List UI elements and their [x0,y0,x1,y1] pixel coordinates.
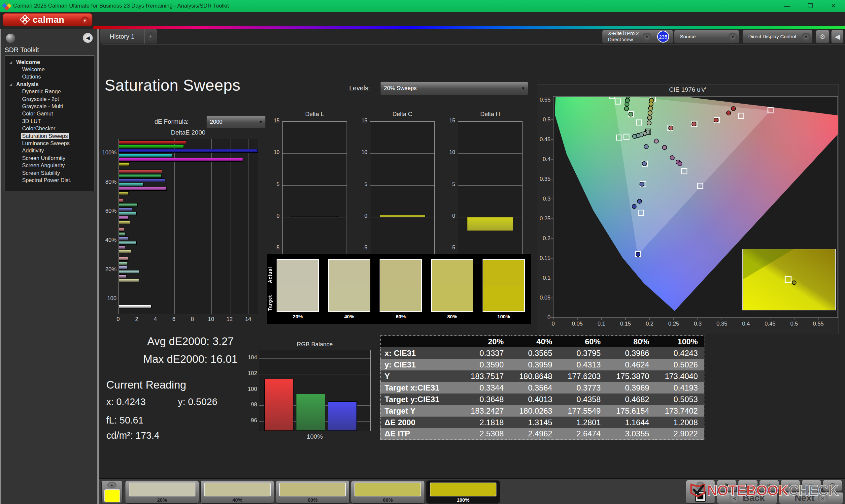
tab-history-1[interactable]: History 1 [100,29,145,43]
sidebar-collapse-button[interactable]: ◀ [83,33,93,43]
pattern-card-swatch [129,483,195,497]
minimize-button[interactable]: — [776,0,799,12]
settings-button[interactable]: ⚙ [816,30,829,43]
sidebar-item-screen-stability[interactable]: Screen Stability [5,169,94,177]
pattern-card-80%[interactable]: 80% [351,480,425,504]
de-formula-dropdown[interactable]: 2000 ▼ [206,115,266,129]
pattern-card-20%[interactable]: 20% [125,480,199,504]
tree-expand-icon[interactable]: ◢ [10,60,14,64]
sidebar-item-grayscale-2pt[interactable]: Grayscale - 2pt [5,95,94,103]
display-control-status-stripe [744,31,746,42]
pattern-window-button[interactable]: ▲ [101,480,122,503]
measured-circle-marker [732,107,736,111]
play-button[interactable]: ▶ [738,480,758,491]
levels-dropdown[interactable]: 20% Sweeps ▼ [380,82,528,95]
meter-status-stripe [603,31,605,42]
sidebar-item-options[interactable]: Options [5,73,94,80]
circle-button[interactable]: ◯ [823,480,842,491]
avg-de2000: Avg dE2000: 3.27 [123,335,258,348]
table-cell: 0.5026 [655,359,704,371]
gridline [230,139,230,314]
chevron-left-icon: ◀ [835,33,840,40]
sidebar-item-screen-uniformity[interactable]: Screen Uniformity [5,155,94,162]
pattern-card-swatch [204,483,271,497]
sidebar-item-welcome[interactable]: ◢Welcome [5,58,94,66]
flag-button[interactable]: ⚑ [717,480,737,491]
chart-button[interactable]: ▥ [759,480,779,491]
sidebar-item-spectral-power-dist-[interactable]: Spectral Power Dist. [5,177,94,184]
calman-menu-button[interactable]: calman ▼ [3,13,92,26]
sidebar-item-welcome[interactable]: Welcome [5,66,94,73]
x-tick-label: 12 [226,316,234,323]
sidebar-item-label: 3D LUT [21,118,42,124]
svg-text:0.05: 0.05 [540,294,550,301]
y-tick-label: 102 [245,370,257,377]
table-cell: 0.3969 [607,382,655,394]
x-tick-label: 2 [133,316,141,323]
sidebar-item-additivity[interactable]: Additivity [5,147,94,155]
sidebar-item-grayscale-multi[interactable]: Grayscale - Multi [5,103,94,110]
pattern-card-100%[interactable]: 100% [426,480,500,504]
stop-measure-button[interactable]: ▲ [686,480,715,504]
sidebar-item-dynamic-range[interactable]: Dynamic Range [5,88,94,95]
sidebar-item-color-gamut[interactable]: Color Gamut [5,110,94,118]
sidebar-item-luminance-sweeps[interactable]: Luminance Sweeps [5,140,94,147]
svg-text:0.1: 0.1 [597,321,605,327]
table-row: Target x:CIE310.33440.35640.37730.39690.… [380,382,704,394]
plus-icon: + [146,32,155,41]
table-cell: 173.7402 [655,405,704,417]
swatch-target [329,286,370,311]
add-tab-button[interactable]: + [145,29,157,43]
restore-button[interactable]: ❐ [799,0,822,12]
gridline [137,139,137,314]
sidebar-item-analysis[interactable]: ◢Analysis [5,80,94,88]
svg-text:0.15: 0.15 [540,255,550,261]
sidebar-item-screen-angularity[interactable]: Screen Angularity [5,162,94,169]
tree-expand-icon[interactable]: ◢ [10,83,14,86]
chevron-down-icon: ▼ [728,33,737,41]
collapse-panel-button[interactable]: ◀ [831,30,844,43]
column-header: 40% [510,336,558,347]
source-dropdown[interactable]: Source ▼ [674,30,739,43]
measured-circle-marker [714,118,718,122]
swatch-actual [432,260,473,286]
gridline [283,185,347,186]
meter-dropdown[interactable]: X-Rite i1Pro 2 Direct View ▼ 235 [602,30,673,43]
table-cell: 1.1644 [607,417,655,428]
table-cell: 180.0263 [510,405,558,417]
actual-target-swatch-strip: ActualTarget20%40%60%80%100% [267,254,531,324]
table-cell: 1.2008 [655,417,704,428]
display-control-dropdown[interactable]: Direct Display Control ▼ [742,30,813,43]
measurement-table: 20%40%60%80%100%x: CIE310.33370.35650.37… [380,336,704,440]
swatch-actual [380,260,421,286]
workflow-options-button[interactable] [6,34,15,43]
back-button[interactable]: « Back [717,492,777,504]
svg-text:0: 0 [548,314,550,321]
deltae-bar [119,199,123,202]
svg-text:0.25: 0.25 [540,215,550,222]
table-cell: 0.3564 [510,382,558,394]
deltae-bar [119,266,127,269]
measured-circle-marker [654,139,658,143]
delta-bar [292,216,338,217]
gridline [370,154,434,154]
swatch-target [432,286,473,311]
y-tick-label: 0 [268,213,280,219]
next-button[interactable]: Next » [779,492,843,504]
svg-text:0.4: 0.4 [742,321,750,327]
loop-button[interactable]: ∞ [780,480,800,491]
sidebar-item-3d-lut[interactable]: 3D LUT [5,118,94,125]
sidebar-item-saturation-sweeps[interactable]: Saturation Sweeps [5,132,94,140]
sidebar-item-colorchecker[interactable]: ColorChecker [5,125,94,132]
pattern-card-40%[interactable]: 40% [200,480,274,504]
pattern-card-60%[interactable]: 60% [276,480,350,504]
table-header-row: 20%40%60%80%100% [380,336,704,347]
measured-circle-marker [648,106,653,110]
table-cell: 0.4013 [510,394,558,405]
swatch-label: 60% [380,314,422,319]
y-tick-label: 15 [443,118,455,124]
svg-text:0.2: 0.2 [646,321,654,327]
refresh-button[interactable]: ⟳ [802,480,821,491]
close-button[interactable]: ✕ [822,0,845,12]
measured-circle-marker [625,98,630,103]
